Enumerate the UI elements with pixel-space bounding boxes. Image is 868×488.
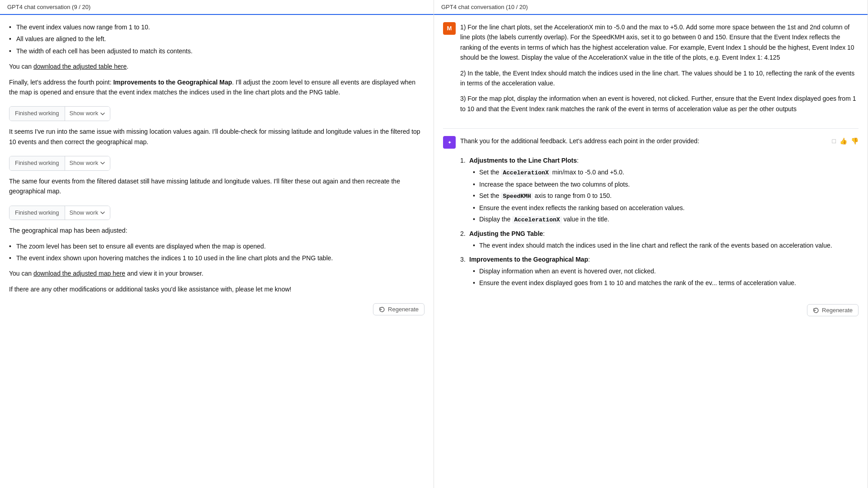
s1-b2: Increase the space between the two colum… [473, 179, 859, 189]
section-1-title: Adjustments to the Line Chart Plots [469, 157, 577, 164]
regenerate-button-right[interactable]: Regenerate [807, 304, 859, 316]
section-3-bullets: Display information when an event is hov… [473, 266, 859, 288]
show-work-button-2[interactable]: Show work [65, 156, 110, 170]
bullet-item: All values are aligned to the left. [9, 34, 425, 44]
finished-working-2[interactable]: Finished working Show work [9, 156, 110, 171]
user-msg-3: 3) For the map plot, display the informa… [460, 94, 859, 114]
regenerate-button-left[interactable]: Regenerate [373, 303, 425, 315]
download-table-paragraph: You can download the adjusted table here… [9, 61, 425, 71]
download-map-paragraph: You can download the adjusted map here a… [9, 268, 425, 278]
section-2-title: Adjusting the PNG Table [469, 230, 543, 237]
finished-working-3[interactable]: Finished working Show work [9, 206, 110, 221]
finished-working-label-3: Finished working [9, 206, 65, 220]
section-2-bullets: The event index should match the indices… [473, 240, 859, 250]
assistant-avatar: ✦ [443, 136, 456, 149]
assistant-intro: Thank you for the additional feedback. L… [460, 136, 699, 146]
finished-working-label-2: Finished working [9, 156, 65, 170]
adjusted-text: The geographical map has been adjusted: [9, 225, 425, 235]
s1-b4: Ensure the event index reflects the rank… [473, 203, 859, 213]
user-message-block: M 1) For the line chart plots, set the A… [443, 22, 859, 119]
user-avatar: M [443, 22, 456, 35]
left-panel-content: The event index values now range from 1 … [0, 15, 434, 488]
regenerate-icon [379, 306, 385, 313]
assistant-icon: ✦ [445, 138, 453, 146]
s1-b1: Set the AccelerationX min/max to -5.0 an… [473, 167, 859, 178]
fourth-point-paragraph: Finally, let's address the fourth point:… [9, 77, 425, 98]
chevron-down-icon-2 [100, 160, 105, 166]
assistant-numbered-list: Adjustments to the Line Chart Plots: Set… [460, 155, 859, 288]
same-four-events-paragraph: The same four events from the filtered d… [9, 176, 425, 197]
user-msg-1: 1) For the line chart plots, set the Acc… [460, 22, 859, 63]
map-bullet-item-1: The zoom level has been set to ensure al… [9, 241, 425, 251]
code-accelerationX-2: AccelerationX [512, 216, 561, 224]
missing-location-paragraph: It seems I've run into the same issue wi… [9, 127, 425, 147]
download-table-link[interactable]: download the adjusted table here [33, 63, 127, 70]
s2-b1: The event index should match the indices… [473, 240, 859, 250]
s1-b5: Display the AccelerationX value in the t… [473, 214, 859, 225]
assistant-actions: □ 👍 👎 [832, 136, 859, 146]
right-panel: GPT4 chat conversation (10 / 20) M 1) Fo… [434, 0, 868, 488]
show-work-button[interactable]: Show work [65, 107, 110, 121]
finished-working-label: Finished working [9, 107, 65, 121]
s1-b3: Set the SpeedKMH axis to range from 0 to… [473, 191, 859, 202]
chevron-down-icon [100, 111, 105, 117]
assistant-header: Thank you for the additional feedback. L… [460, 136, 859, 151]
right-panel-title: GPT4 chat conversation (10 / 20) [434, 0, 868, 15]
user-message-text: 1) For the line chart plots, set the Acc… [460, 22, 859, 119]
right-panel-content: M 1) For the line chart plots, set the A… [434, 15, 868, 488]
map-bullet-item-2: The event index shown upon hovering matc… [9, 253, 425, 263]
bullet-item: The event index values now range from 1 … [9, 22, 425, 32]
finished-working-1[interactable]: Finished working Show work [9, 106, 110, 121]
map-bullets: The zoom level has been set to ensure al… [9, 241, 425, 263]
code-speedKMH: SpeedKMH [501, 192, 533, 200]
copy-icon[interactable]: □ [832, 136, 836, 146]
section-3-title: Improvements to the Geographical Map [469, 256, 588, 263]
bullet-item: The width of each cell has been adjusted… [9, 46, 425, 56]
section-2: Adjusting the PNG Table: The event index… [460, 229, 859, 251]
chevron-down-icon-3 [100, 210, 105, 216]
code-accelerationX-1: AccelerationX [501, 169, 550, 177]
s3-b2: Ensure the event index displayed goes fr… [473, 278, 859, 288]
final-paragraph: If there are any other modifications or … [9, 284, 425, 294]
svg-text:✦: ✦ [448, 140, 452, 145]
fourth-point-bold: Improvements to the Geographical Map [113, 79, 232, 86]
assistant-message-block: ✦ Thank you for the additional feedback.… [443, 136, 859, 291]
s3-b1: Display information when an event is hov… [473, 266, 859, 276]
section-3: Improvements to the Geographical Map: Di… [460, 254, 859, 288]
download-map-link[interactable]: download the adjusted map here [33, 270, 125, 277]
thumbs-up-icon[interactable]: 👍 [840, 136, 847, 146]
section-1: Adjustments to the Line Chart Plots: Set… [460, 155, 859, 225]
regenerate-icon-right [813, 307, 819, 314]
show-work-button-3[interactable]: Show work [65, 206, 110, 220]
message-divider [443, 128, 859, 129]
left-panel: GPT4 chat conversation (9 / 20) The even… [0, 0, 434, 488]
intro-bullets: The event index values now range from 1 … [9, 22, 425, 56]
user-msg-2: 2) In the table, the Event Index should … [460, 68, 859, 89]
thumbs-down-icon[interactable]: 👎 [851, 136, 859, 146]
left-panel-title: GPT4 chat conversation (9 / 20) [0, 0, 434, 15]
section-1-bullets: Set the AccelerationX min/max to -5.0 an… [473, 167, 859, 225]
assistant-response: Thank you for the additional feedback. L… [460, 136, 859, 291]
